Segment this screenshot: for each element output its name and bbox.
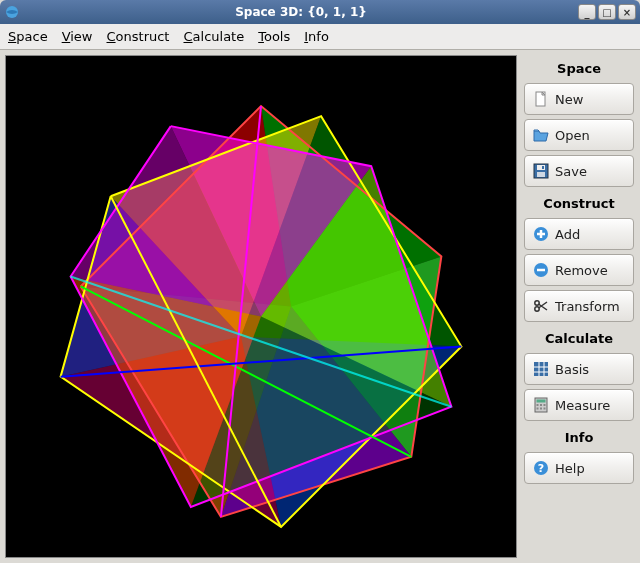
- svg-rect-24: [537, 172, 545, 177]
- svg-text:?: ?: [538, 462, 544, 475]
- minimize-button[interactable]: _: [578, 4, 596, 20]
- svg-rect-30: [534, 362, 548, 376]
- file-new-icon: [533, 91, 549, 107]
- new-button[interactable]: New: [524, 83, 634, 115]
- svg-rect-37: [540, 408, 542, 410]
- menu-bar: Space View Construct Calculate Tools Inf…: [0, 24, 640, 50]
- svg-rect-33: [537, 404, 539, 406]
- svg-rect-32: [537, 400, 546, 403]
- help-button[interactable]: ? Help: [524, 452, 634, 484]
- sidebar: Space New Open Save Construct Add Remove…: [522, 50, 640, 563]
- svg-rect-34: [540, 404, 542, 406]
- polyhedra-render: [6, 56, 516, 557]
- section-title-calculate: Calculate: [524, 326, 634, 349]
- section-title-space: Space: [524, 56, 634, 79]
- menu-info[interactable]: Info: [304, 29, 329, 44]
- measure-button[interactable]: Measure: [524, 389, 634, 421]
- button-label: Add: [555, 227, 580, 242]
- floppy-save-icon: [533, 163, 549, 179]
- add-button[interactable]: Add: [524, 218, 634, 250]
- button-label: Save: [555, 164, 587, 179]
- button-label: Open: [555, 128, 590, 143]
- section-title-info: Info: [524, 425, 634, 448]
- minus-circle-icon: [533, 262, 549, 278]
- remove-button[interactable]: Remove: [524, 254, 634, 286]
- button-label: Basis: [555, 362, 589, 377]
- transform-button[interactable]: Transform: [524, 290, 634, 322]
- plus-circle-icon: [533, 226, 549, 242]
- save-button[interactable]: Save: [524, 155, 634, 187]
- window-titlebar: Space 3D: {0, 1, 1} _ □ ×: [0, 0, 640, 24]
- svg-rect-38: [544, 408, 546, 410]
- button-label: Help: [555, 461, 585, 476]
- help-icon: ?: [533, 460, 549, 476]
- menu-space[interactable]: Space: [8, 29, 48, 44]
- scissors-icon: [533, 298, 549, 314]
- menu-view[interactable]: View: [62, 29, 93, 44]
- svg-rect-25: [542, 166, 544, 169]
- basis-button[interactable]: Basis: [524, 353, 634, 385]
- button-label: Remove: [555, 263, 608, 278]
- menu-calculate[interactable]: Calculate: [183, 29, 244, 44]
- button-label: Measure: [555, 398, 610, 413]
- open-button[interactable]: Open: [524, 119, 634, 151]
- menu-construct[interactable]: Construct: [107, 29, 170, 44]
- calculator-icon: [533, 397, 549, 413]
- close-button[interactable]: ×: [618, 4, 636, 20]
- 3d-viewport[interactable]: [5, 55, 517, 558]
- section-title-construct: Construct: [524, 191, 634, 214]
- window-title: Space 3D: {0, 1, 1}: [24, 5, 578, 19]
- svg-rect-36: [537, 408, 539, 410]
- grid-blue-icon: [533, 361, 549, 377]
- svg-rect-35: [544, 404, 546, 406]
- folder-open-icon: [533, 127, 549, 143]
- button-label: Transform: [555, 299, 620, 314]
- maximize-button[interactable]: □: [598, 4, 616, 20]
- button-label: New: [555, 92, 583, 107]
- menu-tools[interactable]: Tools: [258, 29, 290, 44]
- app-icon: [4, 4, 20, 20]
